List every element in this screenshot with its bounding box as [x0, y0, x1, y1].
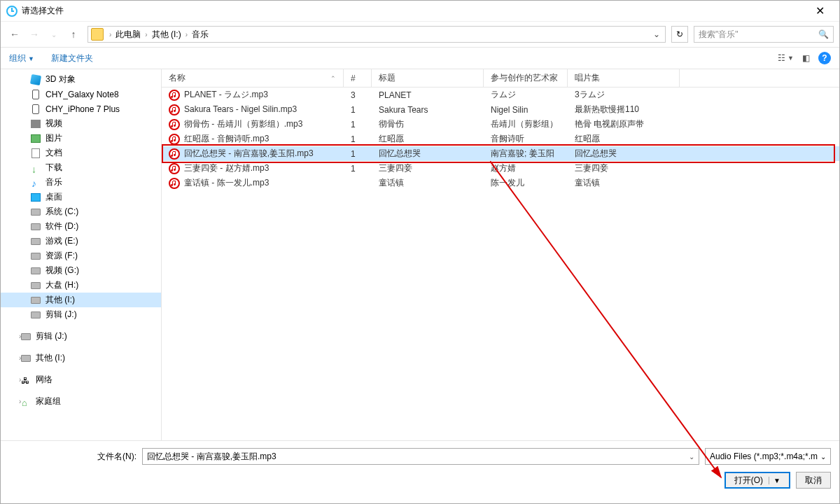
drive-icon	[30, 295, 41, 306]
sidebar-item[interactable]: 大盘 (H:)	[1, 278, 161, 293]
column-artist[interactable]: 参与创作的艺术家	[484, 69, 568, 87]
file-name: 童话镇 - 陈一发儿.mp3	[184, 178, 269, 188]
address-dropdown-icon[interactable]: ⌄	[651, 29, 662, 39]
breadcrumb-item[interactable]: 音乐	[190, 29, 210, 41]
file-row[interactable]: 回忆总想哭 - 南宫嘉骏,姜玉阳.mp31回忆总想哭南宫嘉骏; 姜玉阳回忆总想哭	[162, 146, 839, 161]
column-num[interactable]: #	[344, 69, 372, 87]
sidebar-item[interactable]: 剪辑 (J:)	[1, 307, 161, 322]
refresh-button[interactable]: ↻	[671, 26, 688, 43]
search-input[interactable]: 搜索"音乐" 🔍	[694, 26, 834, 43]
music-file-icon	[169, 134, 180, 145]
file-row[interactable]: 童话镇 - 陈一发儿.mp3童话镇陈一发儿童话镇	[162, 176, 839, 190]
sidebar-item-label: 桌面	[46, 191, 62, 203]
sidebar-item[interactable]: 文档	[1, 146, 161, 160]
sidebar-item-label: 视频 (G:)	[46, 265, 79, 276]
sidebar-item-label: 系统 (C:)	[46, 206, 78, 218]
phone-icon	[30, 104, 41, 115]
sidebar-item[interactable]: 系统 (C:)	[1, 204, 161, 219]
sidebar-item-label: 网络	[36, 374, 52, 386]
net-icon: 🖧	[20, 374, 31, 386]
navbar: ← → ⌄ ↑ › 此电脑 › 其他 (I:) › 音乐 ⌄ ↻ 搜索"音乐" …	[1, 22, 839, 47]
sidebar-item[interactable]: 其他 (I:)	[1, 293, 161, 307]
recent-dropdown[interactable]: ⌄	[46, 26, 62, 43]
file-type-filter[interactable]: Audio Files (*.mp3;*.m4a;*.m ⌄	[705, 448, 831, 465]
open-button[interactable]: 打开(O)▼	[724, 472, 790, 489]
sidebar-group-item[interactable]: ›🖧网络	[1, 372, 161, 387]
expand-icon[interactable]: ›	[19, 398, 21, 405]
open-split-dropdown[interactable]: ▼	[769, 477, 780, 484]
file-num: 1	[344, 105, 372, 115]
sidebar-item[interactable]: 软件 (D:)	[1, 219, 161, 234]
sidebar-item[interactable]: 视频 (G:)	[1, 263, 161, 278]
back-button[interactable]: ←	[6, 26, 23, 43]
file-album: 最新热歌慢摇110	[568, 104, 680, 115]
help-button[interactable]: ?	[818, 52, 831, 64]
sidebar-item[interactable]: 图片	[1, 131, 161, 146]
sidebar-item-label: 剪辑 (J:)	[46, 309, 77, 321]
breadcrumb-item[interactable]: 此电脑	[114, 29, 142, 41]
expand-icon[interactable]: ›	[19, 332, 21, 340]
sidebar-item[interactable]: ↓下载	[1, 160, 161, 175]
column-header: 名称⌃ # 标题 参与创作的艺术家 唱片集	[162, 69, 839, 88]
svg-point-5	[169, 149, 179, 159]
refresh-icon: ↻	[676, 29, 683, 39]
sidebar-item[interactable]: CHY_Galaxy Note8	[1, 87, 161, 102]
file-name: 回忆总想哭 - 南宫嘉骏,姜玉阳.mp3	[184, 148, 314, 158]
column-name[interactable]: 名称⌃	[162, 69, 344, 87]
sidebar-group-item[interactable]: ›⌂家庭组	[1, 394, 161, 409]
expand-icon[interactable]: ›	[19, 376, 21, 384]
sidebar-item[interactable]: ♪音乐	[1, 175, 161, 190]
file-row[interactable]: PLANET - ラムジ.mp33PLANETラムジ3ラムジ	[162, 88, 839, 102]
column-album[interactable]: 唱片集	[568, 69, 680, 87]
sidebar-item[interactable]: 桌面	[1, 190, 161, 204]
file-artist: 陈一发儿	[484, 177, 568, 189]
music-icon: ♪	[30, 177, 41, 188]
filename-label: 文件名(N):	[9, 451, 142, 463]
svg-point-7	[169, 178, 179, 188]
sidebar-item-label: CHY_iPhone 7 Plus	[46, 104, 120, 114]
drive-icon	[30, 265, 41, 276]
sidebar-item[interactable]: 3D 对象	[1, 72, 161, 87]
file-row[interactable]: 三妻四妾 - 赵方婧.mp31三妻四妾赵方婧三妻四妾	[162, 161, 839, 176]
desk-icon	[30, 192, 41, 203]
new-folder-button[interactable]: 新建文件夹	[51, 52, 93, 64]
sidebar-group-item[interactable]: ›剪辑 (J:)	[1, 329, 161, 344]
list-icon: ☷	[778, 53, 785, 63]
search-placeholder: 搜索"音乐"	[699, 29, 738, 41]
music-file-icon	[169, 104, 180, 115]
chevron-down-icon[interactable]: ⌄	[689, 453, 694, 461]
close-button[interactable]: ✕	[806, 4, 834, 18]
file-list[interactable]: PLANET - ラムジ.mp33PLANETラムジ3ラムジSakura Tea…	[162, 88, 839, 440]
sidebar-group-item[interactable]: ›其他 (I:)	[1, 351, 161, 365]
file-album: 回忆总想哭	[568, 148, 680, 160]
app-icon	[6, 6, 18, 17]
file-row[interactable]: 红昭愿 - 音阙诗听.mp31红昭愿音阙诗听红昭愿	[162, 132, 839, 146]
breadcrumb-item[interactable]: 其他 (I:)	[150, 29, 183, 41]
forward-button[interactable]: →	[26, 26, 43, 43]
sidebar-item[interactable]: 游戏 (E:)	[1, 234, 161, 248]
sidebar-item[interactable]: 视频	[1, 116, 161, 131]
file-row[interactable]: Sakura Tears - Nigel Silin.mp31Sakura Te…	[162, 102, 839, 117]
file-name: 彻骨伤 - 岳靖川（剪影组）.mp3	[184, 119, 302, 129]
preview-pane-button[interactable]: ◧	[802, 53, 810, 63]
file-artist: 岳靖川（剪影组）	[484, 118, 568, 130]
svg-point-4	[169, 134, 179, 144]
column-title[interactable]: 标题	[372, 69, 484, 87]
search-icon: 🔍	[818, 29, 829, 39]
svg-point-2	[169, 105, 179, 115]
expand-icon[interactable]: ›	[19, 354, 21, 362]
sidebar-item[interactable]: 资源 (F:)	[1, 248, 161, 263]
file-album: 红昭愿	[568, 133, 680, 145]
drive-icon	[30, 206, 41, 218]
sidebar-item-label: 游戏 (E:)	[46, 235, 78, 247]
view-mode-button[interactable]: ☷▼	[778, 53, 794, 63]
cancel-button[interactable]: 取消	[796, 472, 831, 489]
filename-input[interactable]: 回忆总想哭 - 南宫嘉骏,姜玉阳.mp3 ⌄	[142, 448, 699, 465]
file-name: Sakura Tears - Nigel Silin.mp3	[184, 104, 297, 114]
up-button[interactable]: ↑	[65, 26, 82, 43]
address-bar[interactable]: › 此电脑 › 其他 (I:) › 音乐 ⌄	[88, 26, 666, 43]
organize-menu[interactable]: 组织▼	[9, 52, 34, 64]
file-row[interactable]: 彻骨伤 - 岳靖川（剪影组）.mp31彻骨伤岳靖川（剪影组）艳骨 电视剧原声带	[162, 117, 839, 132]
sidebar-item[interactable]: CHY_iPhone 7 Plus	[1, 102, 161, 116]
sidebar-item-label: CHY_Galaxy Note8	[46, 90, 119, 99]
